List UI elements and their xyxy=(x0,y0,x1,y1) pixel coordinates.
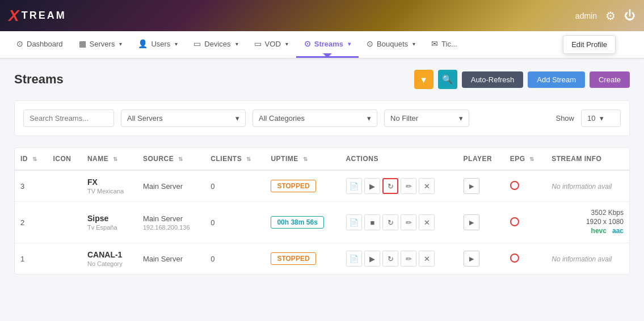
cell-source: Main Server xyxy=(137,170,205,202)
nav-item-streams[interactable]: ⊙ Streams ▾ xyxy=(296,31,359,58)
show-count-dropdown[interactable]: 10 ▾ xyxy=(581,109,621,127)
streams-icon: ⊙ xyxy=(304,39,311,48)
bouquets-icon: ⊙ xyxy=(367,39,373,48)
vod-caret: ▾ xyxy=(285,41,288,47)
auto-refresh-button[interactable]: Auto-Refresh xyxy=(462,71,524,88)
cell-clients: 0 xyxy=(205,202,265,243)
table-container: ID ⇅ ICON NAME ⇅ SOURCE ⇅ CLIENTS ⇅ UPTI… xyxy=(14,147,630,274)
filter-dropdown[interactable]: No Filter ▾ xyxy=(384,109,469,127)
player-btn[interactable]: ▶ xyxy=(464,214,479,230)
col-uptime: UPTIME ⇅ xyxy=(265,148,340,170)
cell-name: CANAL-1 No Category xyxy=(82,243,137,274)
nav-label-tickets: Tic... xyxy=(441,40,457,48)
action-edit-btn[interactable]: ✏ xyxy=(401,251,416,267)
action-restart-btn[interactable]: ↻ xyxy=(382,214,398,230)
logo-x: X xyxy=(9,7,19,25)
nav-label-dashboard: Dashboard xyxy=(27,40,63,48)
col-icon: ICON xyxy=(47,148,82,170)
create-button[interactable]: Create xyxy=(590,71,630,88)
server-dropdown[interactable]: All Servers ▾ xyxy=(121,109,246,127)
action-file-btn[interactable]: 📄 xyxy=(346,214,362,230)
nav-item-dashboard[interactable]: ⊙ Dashboard xyxy=(9,31,71,58)
add-stream-button[interactable]: Add Stream xyxy=(528,71,585,88)
action-delete-btn[interactable]: ✕ xyxy=(419,251,435,267)
col-player: PLAYER xyxy=(458,148,504,170)
nav-item-servers[interactable]: ▦ Servers ▾ xyxy=(71,31,131,58)
player-btn[interactable]: ▶ xyxy=(464,251,479,267)
action-btn-group: 📄 ▶ ↻ ✏ ✕ xyxy=(346,178,452,194)
category-dropdown-caret: ▾ xyxy=(367,114,371,123)
epg-status xyxy=(510,254,519,263)
nav-item-devices[interactable]: ▭ Devices ▾ xyxy=(186,31,246,58)
servers-icon: ▦ xyxy=(79,39,86,48)
search-input[interactable] xyxy=(23,109,114,127)
filter-button[interactable]: ▼ xyxy=(414,70,433,89)
cell-id: 1 xyxy=(15,243,47,274)
table-header-row: ID ⇅ ICON NAME ⇅ SOURCE ⇅ CLIENTS ⇅ UPTI… xyxy=(15,148,629,170)
nav-label-users: Users xyxy=(151,40,170,48)
power-icon[interactable]: ⏻ xyxy=(624,9,635,22)
stream-info-text: No information avail xyxy=(552,183,612,191)
col-actions: ACTIONS xyxy=(340,148,457,170)
logo: X TREAM xyxy=(9,7,66,25)
stream-name: Sipse xyxy=(87,214,132,223)
header: X TREAM admin ⚙ ⏻ Edit Profile xyxy=(0,0,644,31)
server-dropdown-caret: ▾ xyxy=(235,114,239,123)
dashboard-icon: ⊙ xyxy=(16,39,23,48)
action-edit-btn[interactable]: ✏ xyxy=(401,178,416,194)
action-delete-btn[interactable]: ✕ xyxy=(419,178,435,194)
category-dropdown[interactable]: All Categories ▾ xyxy=(252,109,377,127)
cell-id: 2 xyxy=(15,202,47,243)
epg-status xyxy=(510,217,519,226)
action-file-btn[interactable]: 📄 xyxy=(346,251,362,267)
category-dropdown-value: All Categories xyxy=(259,114,305,123)
stream-sub: No Category xyxy=(87,260,132,267)
action-edit-btn[interactable]: ✏ xyxy=(401,214,416,230)
nav-item-tickets[interactable]: ✉ Tic... xyxy=(423,31,465,58)
action-file-btn[interactable]: 📄 xyxy=(346,178,362,194)
action-play-btn[interactable]: ▶ xyxy=(364,178,380,194)
stream-sub: Tv España xyxy=(87,224,132,231)
status-badge: 00h 38m 56s xyxy=(271,216,323,229)
codec-video: hevc xyxy=(591,227,607,235)
settings-icon[interactable]: ⚙ xyxy=(605,9,616,23)
nav-item-vod[interactable]: ▭ VOD ▾ xyxy=(246,31,296,58)
header-right: admin ⚙ ⏻ xyxy=(575,9,635,23)
filter-dropdown-value: No Filter xyxy=(390,114,418,123)
page-content: Streams ▼ 🔍 Auto-Refresh Add Stream Crea… xyxy=(0,58,644,286)
action-delete-btn[interactable]: ✕ xyxy=(419,214,435,230)
logo-text: TREAM xyxy=(22,10,66,22)
action-restart-btn[interactable]: ↻ xyxy=(382,251,398,267)
cell-name: Sipse Tv España xyxy=(82,202,137,243)
edit-profile-tooltip: Edit Profile xyxy=(563,35,616,54)
page-title: Streams xyxy=(14,72,64,87)
action-play-btn[interactable]: ▶ xyxy=(364,251,380,267)
users-caret: ▾ xyxy=(175,41,178,47)
cell-source: Main Server 192.168.200.136 xyxy=(137,202,205,243)
streams-caret: ▾ xyxy=(348,41,351,47)
stream-info-text: No information avail xyxy=(552,255,612,263)
navbar: ⊙ Dashboard ▦ Servers ▾ 👤 Users ▾ ▭ Devi… xyxy=(0,31,644,58)
nav-label-servers: Servers xyxy=(90,40,115,48)
cell-clients: 0 xyxy=(205,170,265,202)
header-username: admin xyxy=(575,11,597,20)
epg-status xyxy=(510,181,519,190)
source-name: Main Server xyxy=(143,214,199,223)
cell-actions: 📄 ■ ↻ ✏ ✕ xyxy=(340,202,457,243)
nav-item-users[interactable]: 👤 Users ▾ xyxy=(130,31,186,58)
devices-caret: ▾ xyxy=(235,41,238,47)
col-id: ID ⇅ xyxy=(15,148,47,170)
search-icon-button[interactable]: 🔍 xyxy=(438,70,457,89)
codec-audio: aac xyxy=(612,227,624,235)
action-stop-btn[interactable]: ■ xyxy=(364,214,380,230)
filters-row: All Servers ▾ All Categories ▾ No Filter… xyxy=(14,100,630,136)
toolbar-buttons: ▼ 🔍 Auto-Refresh Add Stream Create xyxy=(414,70,630,89)
nav-item-bouquets[interactable]: ⊙ Bouquets ▾ xyxy=(359,31,423,58)
action-restart-btn[interactable]: ↻ xyxy=(382,178,398,194)
cell-actions: 📄 ▶ ↻ ✏ ✕ xyxy=(340,170,457,202)
action-btn-group: 📄 ■ ↻ ✏ ✕ xyxy=(346,214,452,230)
stream-name: CANAL-1 xyxy=(87,250,132,259)
action-btn-group: 📄 ▶ ↻ ✏ ✕ xyxy=(346,251,452,267)
player-btn[interactable]: ▶ xyxy=(464,178,479,194)
stream-kbps: 3502 Kbps xyxy=(552,209,624,217)
